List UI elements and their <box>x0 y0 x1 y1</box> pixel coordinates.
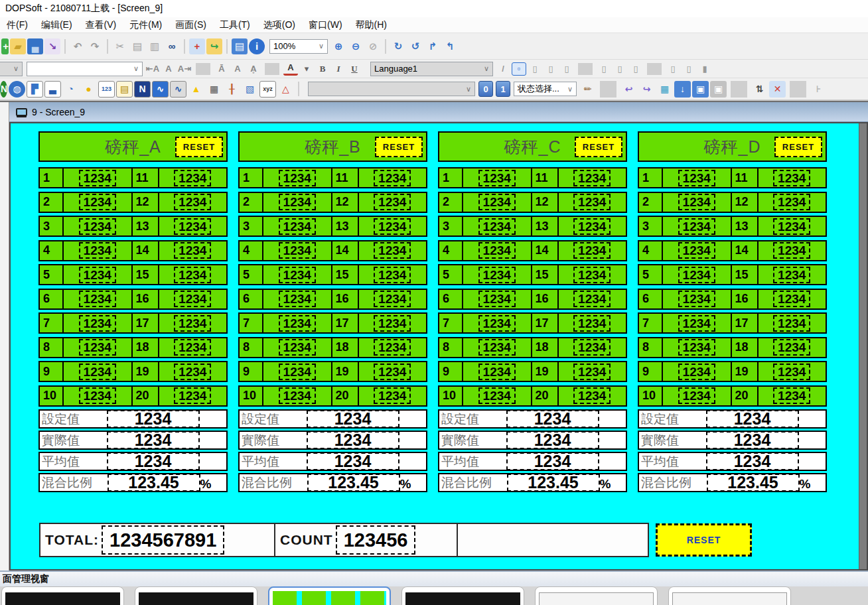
numeric-display[interactable]: 1234 <box>374 364 411 380</box>
italic-icon[interactable]: I <box>331 62 346 76</box>
summary-value-display[interactable]: 1234 <box>107 431 200 449</box>
numeric-display[interactable]: 1234 <box>478 291 516 307</box>
flip-vertical-icon[interactable]: ↰ <box>442 38 458 54</box>
open-folder-icon[interactable]: ▰ <box>10 38 26 54</box>
numeric-display[interactable]: 1234 <box>573 194 611 210</box>
state-1-button[interactable]: 1 <box>496 81 510 97</box>
export-icon[interactable]: ↘ <box>44 38 60 54</box>
numeric-display[interactable]: 1234 <box>573 364 611 380</box>
compile-icon[interactable]: ▤ <box>232 38 248 54</box>
add-screen-icon[interactable]: + <box>189 38 205 54</box>
alarm-lamp-icon[interactable]: ▲ <box>188 81 204 98</box>
numeric-display[interactable]: 1234 <box>573 339 611 356</box>
numeric-display[interactable]: 1234 <box>773 194 810 210</box>
numeric-display[interactable]: 1234 <box>678 387 715 404</box>
numeric-display[interactable]: 1234 <box>478 387 516 404</box>
obj-align-bottom-icon[interactable]: ▯ <box>628 62 643 76</box>
copy-icon[interactable]: ▤ <box>129 38 145 54</box>
summary-value-display[interactable]: 1234 <box>307 431 399 449</box>
summary-value-display[interactable]: 123.45 <box>307 474 400 492</box>
save-icon[interactable]: ▄ <box>27 38 43 54</box>
obj-same-size-icon[interactable]: ▮ <box>697 62 712 76</box>
font-color-icon[interactable]: A <box>283 62 298 76</box>
menu-item[interactable]: 工具(T) <box>213 17 257 33</box>
summary-value-display[interactable]: 1234 <box>506 410 599 428</box>
zoom-out-icon[interactable]: ⊖ <box>348 38 364 54</box>
numeric-display[interactable]: 1234 <box>279 387 316 404</box>
numeric-display[interactable]: 1234 <box>174 170 211 186</box>
summary-value-display[interactable]: 1234 <box>706 452 799 470</box>
font-size-select[interactable]: ∨ <box>0 62 23 76</box>
numeric-display[interactable]: 1234 <box>374 218 411 235</box>
menu-item[interactable]: 窗口(W) <box>302 17 349 33</box>
numeric-display[interactable]: 1234 <box>279 291 316 307</box>
language-select[interactable]: Language1 ∨ <box>370 62 493 76</box>
slider-element-icon[interactable]: ╂ <box>224 81 240 98</box>
state-0-button[interactable]: 0 <box>478 81 493 97</box>
screen-thumbnail[interactable] <box>535 586 658 605</box>
summary-value-display[interactable]: 1234 <box>506 431 599 449</box>
numeric-display[interactable]: 1234 <box>174 194 211 210</box>
undo-icon[interactable]: ↶ <box>70 38 86 54</box>
numeric-display[interactable]: 1234 <box>174 315 211 332</box>
numeric-display[interactable]: 1234 <box>678 170 715 186</box>
numeric-display[interactable]: 1234 <box>573 242 611 259</box>
numeric-display[interactable]: 1234 <box>678 267 715 283</box>
numeric-display[interactable]: 1234 <box>79 242 116 259</box>
numeric-display[interactable]: 1234 <box>79 291 116 307</box>
numeric-display[interactable]: 1234 <box>279 170 316 186</box>
pc-link-icon[interactable]: ⇅ <box>751 81 768 98</box>
numeric-display[interactable]: 1234 <box>773 315 810 332</box>
numeric-display[interactable]: 1234 <box>279 364 316 380</box>
numeric-display[interactable]: 1234 <box>678 364 715 380</box>
xy-curve-icon[interactable]: ∿ <box>170 81 186 98</box>
align-middle-icon[interactable]: A <box>230 62 245 76</box>
upload-icon[interactable]: ▣ <box>710 81 727 98</box>
numeric-display[interactable]: 1234 <box>374 170 411 186</box>
menu-item[interactable]: 画面(S) <box>169 17 213 33</box>
obj-align-left-icon[interactable]: ▯ <box>528 62 542 76</box>
numeric-display[interactable]: 1234 <box>174 291 211 307</box>
cut-icon[interactable]: ✂ <box>112 38 128 54</box>
numeric-display[interactable]: 1234 <box>573 387 611 404</box>
align-top-icon[interactable]: Ā <box>214 62 229 76</box>
numeric-display[interactable]: 1234 <box>478 242 516 259</box>
rect-display-icon[interactable]: ▛ <box>27 81 43 98</box>
summary-value-display[interactable]: 1234 <box>107 452 200 470</box>
paste-icon[interactable]: ▥ <box>147 38 163 54</box>
numeric-display[interactable]: 1234 <box>573 291 611 307</box>
lamp-element-icon[interactable]: ● <box>80 81 97 98</box>
align-bottom-icon[interactable]: Ḁ <box>246 62 261 76</box>
summary-value-display[interactable]: 1234 <box>107 410 200 428</box>
screen-thumbnail[interactable] <box>668 586 791 605</box>
numeric-display[interactable]: 1234 <box>79 218 116 235</box>
bitmap-element-icon[interactable]: N <box>0 81 7 98</box>
numeric-display[interactable]: 1234 <box>374 267 411 283</box>
numeric-display[interactable]: 1234 <box>79 387 116 404</box>
zoom-region-icon[interactable]: ⊘ <box>365 38 381 54</box>
numeric-display[interactable]: 1234 <box>573 218 611 235</box>
summary-value-display[interactable]: 123.45 <box>507 474 600 492</box>
trend-graph-icon[interactable]: ∿ <box>152 81 169 98</box>
screen-thumbnail[interactable] <box>401 586 524 605</box>
numeric-display-icon[interactable]: 123 <box>98 81 115 98</box>
menu-item[interactable]: 选项(O) <box>257 17 302 33</box>
summary-value-display[interactable]: 1234 <box>307 410 399 428</box>
numeric-display[interactable]: 1234 <box>773 267 810 283</box>
align-right-icon[interactable]: A⇥ <box>177 62 192 76</box>
globe-button-icon[interactable]: ◍ <box>9 81 25 98</box>
download-all-icon[interactable]: ▣ <box>692 81 709 98</box>
obj-center-vertical-icon[interactable]: ▯ <box>543 62 558 76</box>
numeric-display[interactable]: 1234 <box>174 267 211 283</box>
numeric-display[interactable]: 1234 <box>79 170 116 186</box>
summary-value-display[interactable]: 1234 <box>307 452 399 470</box>
line-tool-icon[interactable]: / <box>496 62 510 76</box>
numeric-display[interactable]: 1234 <box>678 194 715 210</box>
count-value-display[interactable]: 123456 <box>336 525 416 555</box>
numeric-display[interactable]: 1234 <box>573 267 611 283</box>
disconnect-icon[interactable]: ✕ <box>769 81 786 98</box>
download-screen-icon[interactable]: ↓ <box>674 81 691 98</box>
numeric-display[interactable]: 1234 <box>773 364 810 380</box>
numeric-display[interactable]: 1234 <box>478 339 516 356</box>
numeric-display[interactable]: 1234 <box>478 218 516 235</box>
